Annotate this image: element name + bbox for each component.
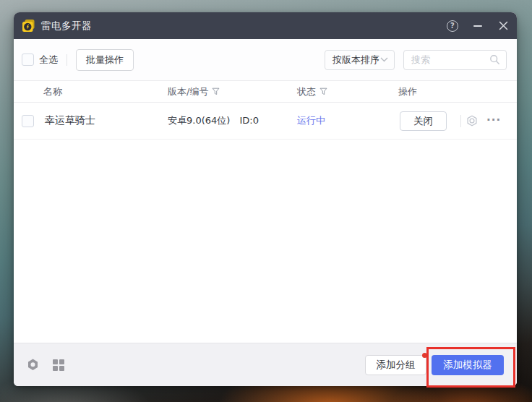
close-icon [499, 21, 508, 30]
table-header: 名称 版本/编号 状态 操作 [14, 80, 517, 103]
minimize-button[interactable] [471, 20, 484, 33]
app-logo-lightning-icon [22, 19, 35, 33]
row-checkbox[interactable] [22, 115, 34, 127]
add-group-button[interactable]: 添加分组 [365, 355, 426, 375]
row-settings-gear-icon[interactable] [466, 114, 479, 127]
sort-dropdown-value: 按版本排序 [332, 54, 380, 67]
close-emulator-button[interactable]: 关闭 [400, 111, 447, 131]
column-header-status-label: 状态 [297, 85, 316, 98]
select-all-checkbox[interactable] [22, 54, 34, 66]
column-header-action: 操作 [398, 85, 417, 98]
filter-funnel-icon[interactable] [212, 87, 220, 95]
filter-funnel-icon[interactable] [319, 87, 327, 95]
emulator-row: 幸运草骑士 安卓9.0(64位) ID:0 运行中 关闭 ··· [14, 103, 517, 140]
toolbar-divider [66, 54, 67, 66]
row-divider [460, 115, 461, 127]
window-title: 雷电多开器 [41, 20, 92, 33]
column-header-version: 版本/编号 [168, 85, 220, 98]
footer-layout-grid-button[interactable] [51, 358, 65, 372]
batch-operation-button[interactable]: 批量操作 [76, 49, 134, 71]
search-icon [489, 54, 500, 65]
search-box [403, 50, 507, 70]
column-header-version-label: 版本/编号 [168, 85, 208, 98]
column-header-name-label: 名称 [43, 85, 62, 98]
instance-id: ID:0 [240, 115, 259, 126]
ldplayer-multi-instance-window: 雷电多开器 ? 全选 批量操作 按版本排序 [14, 12, 517, 386]
chevron-down-icon [380, 57, 388, 62]
titlebar: 雷电多开器 ? [14, 12, 517, 39]
android-version: 安卓9.0(64位) [168, 115, 230, 126]
emulator-version: 安卓9.0(64位) ID:0 [168, 114, 259, 127]
help-button[interactable]: ? [446, 20, 459, 33]
column-header-status: 状态 [297, 85, 327, 98]
notification-dot [422, 353, 427, 358]
footer-settings-button[interactable] [26, 358, 40, 372]
search-input[interactable] [411, 54, 489, 65]
help-icon: ? [447, 20, 458, 32]
emulator-name: 幸运草骑士 [45, 114, 95, 127]
status-running-label: 运行中 [297, 114, 325, 127]
add-emulator-button[interactable]: 添加模拟器 [432, 355, 504, 375]
column-header-name: 名称 [43, 85, 62, 98]
close-button[interactable] [497, 20, 510, 33]
row-more-options-button[interactable]: ··· [486, 114, 501, 127]
toolbar: 全选 批量操作 按版本排序 [14, 39, 517, 80]
select-all-label[interactable]: 全选 [39, 54, 58, 67]
emulator-list-empty-area [14, 140, 517, 343]
grid-icon [51, 358, 65, 372]
minimize-icon [473, 25, 482, 27]
settings-nut-icon [26, 358, 40, 372]
desktop: 雷电多开器 ? 全选 批量操作 按版本排序 [0, 0, 532, 402]
column-header-action-label: 操作 [398, 85, 417, 98]
footer-bar: 添加分组 添加模拟器 [14, 343, 517, 386]
add-group-label: 添加分组 [377, 359, 416, 370]
sort-dropdown[interactable]: 按版本排序 [325, 50, 395, 70]
